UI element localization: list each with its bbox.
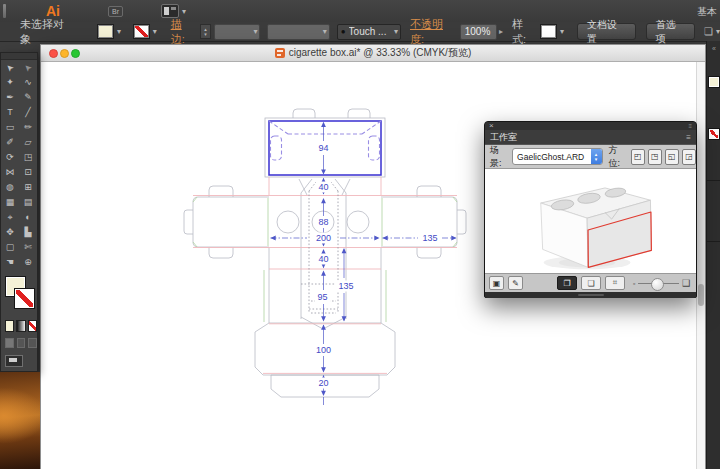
- rotate-tool-icon[interactable]: ⟳: [1, 150, 19, 165]
- stroke-weight-select[interactable]: ▾: [214, 24, 261, 40]
- shape-builder-tool-icon[interactable]: ◍: [1, 180, 19, 195]
- dim-label-neck-bottom: 40: [318, 254, 328, 264]
- document-setup-button[interactable]: 文档设置: [577, 23, 636, 40]
- stroke-weight-stepper[interactable]: ▴ ▾: [200, 24, 211, 39]
- zoom-slider-track[interactable]: [638, 283, 678, 284]
- studio-panel-top-bar[interactable]: × ≡: [485, 122, 696, 130]
- dock-collapse-icon[interactable]: «: [707, 45, 720, 52]
- chevron-down-icon[interactable]: ▾: [117, 27, 121, 36]
- artboard-tool-icon[interactable]: ▢: [1, 240, 19, 255]
- opacity-panel-link[interactable]: 不透明度:: [410, 17, 456, 47]
- close-window-button[interactable]: [49, 49, 58, 58]
- stroke-swatch[interactable]: [14, 288, 35, 309]
- rectangle-tool-icon[interactable]: ▭: [1, 120, 19, 135]
- curvature-tool-icon[interactable]: ✎: [19, 90, 37, 105]
- bridge-button[interactable]: Br: [108, 6, 123, 17]
- hand-tool-icon[interactable]: ☚: [1, 255, 19, 270]
- zoom-window-button[interactable]: [71, 49, 80, 58]
- 3d-preview-viewport[interactable]: [485, 168, 696, 274]
- perspective-grid-tool-icon[interactable]: ⊞: [19, 180, 37, 195]
- chevron-down-icon: ▾: [182, 7, 186, 16]
- brush-preview-icon: ●: [341, 27, 346, 36]
- draw-normal-icon[interactable]: [5, 338, 14, 348]
- wireframe-view-button[interactable]: ❏: [581, 276, 601, 290]
- scale-tool-icon[interactable]: ◳: [19, 150, 37, 165]
- stepper-down-icon: ▾: [595, 157, 598, 162]
- stroke-panel-link[interactable]: 描边:: [171, 17, 195, 47]
- gradient-tool-icon[interactable]: ▤: [19, 195, 37, 210]
- symbol-sprayer-tool-icon[interactable]: ✥: [1, 225, 19, 240]
- none-button[interactable]: [28, 320, 37, 332]
- dock-none-swatch[interactable]: [708, 128, 720, 140]
- eraser-tool-icon[interactable]: ▱: [19, 135, 37, 150]
- width-tool-icon[interactable]: ⋈: [1, 165, 19, 180]
- mesh-tool-icon[interactable]: ▦: [1, 195, 19, 210]
- zoom-slider[interactable]: ▫ ❑: [633, 278, 690, 288]
- orientation-front-button[interactable]: ◰: [631, 149, 645, 165]
- panel-collapse-icon[interactable]: ≡: [688, 123, 692, 129]
- minimize-window-button[interactable]: [60, 49, 69, 58]
- zoom-slider-knob[interactable]: [651, 278, 664, 291]
- solid-view-button[interactable]: ❐: [557, 276, 577, 290]
- grid-view-button[interactable]: ⌗: [605, 276, 625, 290]
- variable-width-select[interactable]: ▾: [267, 24, 329, 40]
- draw-inside-icon[interactable]: [28, 338, 37, 348]
- chevron-right-icon[interactable]: ▸: [499, 27, 503, 36]
- studio-footer-toolbar: ▣ ✎ ❐ ❏ ⌗ ▫ ❑: [485, 274, 696, 292]
- graphic-style-swatch[interactable]: [540, 24, 557, 39]
- panel-menu-icon[interactable]: ≡: [686, 133, 691, 142]
- gradient-button[interactable]: [16, 320, 25, 332]
- panel-options-icon[interactable]: ❏: [704, 26, 713, 37]
- scrollbar-thumb[interactable]: [698, 284, 704, 306]
- panel-resize-grip[interactable]: [485, 292, 696, 298]
- free-transform-tool-icon[interactable]: ⊡: [19, 165, 37, 180]
- blend-tool-icon[interactable]: ◐: [19, 210, 37, 225]
- dieline-drawing[interactable]: 94 40 88 200 135 40 135 95 100: [181, 96, 481, 406]
- fill-color-swatch[interactable]: [97, 24, 114, 39]
- selection-status-label: 未选择对象: [20, 17, 73, 47]
- chevron-down-icon[interactable]: ▾: [716, 27, 720, 36]
- dim-label-bottom: 20: [318, 378, 328, 388]
- orientation-left-button[interactable]: ◱: [665, 149, 679, 165]
- screen-mode-button[interactable]: [5, 355, 23, 367]
- style-label: 样式:: [512, 17, 536, 47]
- workspace-switcher[interactable]: 基本: [697, 5, 717, 19]
- studio-controls-row: 场景: GaelicGhost.ARD ▴ ▾ 方位: ◰ ◳ ◱ ◲: [485, 144, 696, 168]
- opacity-input[interactable]: 100%: [460, 24, 497, 40]
- line-segment-tool-icon[interactable]: ╱: [19, 105, 37, 120]
- draw-behind-icon[interactable]: [17, 338, 26, 348]
- pen-tool-icon[interactable]: ✒: [1, 90, 19, 105]
- pencil-tool-icon[interactable]: ✐: [1, 135, 19, 150]
- zoom-tool-icon[interactable]: ⊕: [19, 255, 37, 270]
- zoom-out-icon[interactable]: ▫: [633, 280, 635, 287]
- stroke-color-swatch[interactable]: [133, 24, 150, 39]
- paintbrush-tool-icon[interactable]: ✏: [19, 120, 37, 135]
- dimension-lines: [271, 123, 456, 405]
- scene-select[interactable]: GaelicGhost.ARD ▴ ▾: [512, 148, 602, 165]
- studio-panel-tab-bar: 工作室 ≡: [485, 130, 696, 144]
- orientation-right-button[interactable]: ◲: [682, 149, 696, 165]
- document-titlebar[interactable]: cigarette box.ai* @ 33.33% (CMYK/预览): [41, 45, 705, 62]
- slice-tool-icon[interactable]: ✄: [19, 240, 37, 255]
- close-icon[interactable]: ×: [489, 122, 494, 130]
- app-bar-grip[interactable]: [3, 4, 6, 18]
- export-icon[interactable]: ▣: [489, 276, 504, 290]
- column-graph-tool-icon[interactable]: ▙: [19, 225, 37, 240]
- chevron-down-icon[interactable]: ▾: [560, 27, 564, 36]
- scene-stepper[interactable]: ▴ ▾: [591, 149, 602, 164]
- control-bar: 未选择对象 ▾ ▾ 描边: ▴ ▾ ▾ ▾ ● Touch ... ▾ 不透明度…: [0, 22, 720, 42]
- orientation-left-icon: ◱: [668, 152, 676, 161]
- orientation-back-button[interactable]: ◳: [648, 149, 662, 165]
- eyedropper-tool-icon[interactable]: ⌖: [1, 210, 19, 225]
- edit-icon[interactable]: ✎: [508, 276, 523, 290]
- dock-fill-swatch[interactable]: [708, 76, 720, 88]
- color-button[interactable]: [5, 320, 14, 332]
- brush-definition-select[interactable]: ● Touch ... ▾: [337, 24, 401, 40]
- zoom-in-icon[interactable]: ❑: [682, 278, 690, 288]
- preferences-button[interactable]: 首选项: [646, 23, 695, 40]
- chevron-down-icon[interactable]: ▾: [153, 27, 157, 36]
- document-proxy-icon: [275, 48, 285, 58]
- vertical-scrollbar[interactable]: [696, 62, 705, 469]
- studio-panel-title[interactable]: 工作室: [490, 131, 517, 144]
- type-tool-icon[interactable]: T: [1, 105, 19, 120]
